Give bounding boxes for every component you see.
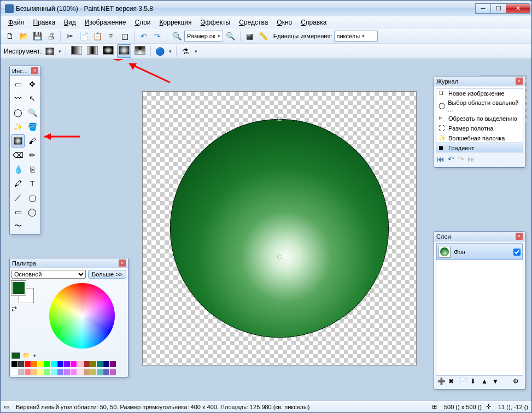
rect-shape-tool[interactable]: ▢	[26, 191, 39, 204]
menu-help[interactable]: Справка	[296, 17, 331, 28]
moveup-layer-icon[interactable]: ▲	[481, 377, 490, 386]
color-swatch[interactable]	[90, 369, 96, 375]
color-swatch[interactable]	[18, 369, 24, 375]
history-undo-icon[interactable]: ↶	[448, 155, 454, 163]
more-button[interactable]: Больше >>	[88, 270, 126, 279]
new-icon[interactable]: 🗋	[4, 30, 16, 42]
color-swatch[interactable]	[18, 361, 24, 367]
maximize-button[interactable]: ☐	[490, 3, 506, 14]
history-item[interactable]: ◼Градиент	[436, 143, 523, 152]
primary-secondary-swatch[interactable]	[11, 281, 34, 302]
paste-icon[interactable]: 📋	[91, 30, 103, 42]
print-icon[interactable]: 🖨	[45, 30, 57, 42]
clone-tool[interactable]: ⎘	[26, 163, 39, 176]
color-swatch[interactable]	[25, 369, 31, 375]
menu-image[interactable]: Изображение	[80, 17, 131, 28]
color-swatch[interactable]	[77, 361, 83, 367]
color-swatch[interactable]	[103, 369, 109, 375]
menu-file[interactable]: Файл	[4, 17, 29, 28]
move-selection-tool[interactable]: ↖	[26, 92, 39, 105]
history-rewind-icon[interactable]: ⏮	[437, 155, 445, 163]
line-tool[interactable]: ／	[11, 191, 25, 204]
movedown-layer-icon[interactable]: ▼	[492, 377, 501, 386]
color-swatch[interactable]	[84, 369, 90, 375]
history-item[interactable]: ⛶Размер полотна	[436, 123, 523, 133]
zoomfit-icon[interactable]: 🔍	[225, 30, 237, 42]
menu-edit[interactable]: Правка	[29, 17, 60, 28]
color-swatch[interactable]	[31, 369, 37, 375]
color-swatch[interactable]	[44, 361, 50, 367]
open-icon[interactable]: 📂	[17, 30, 30, 42]
ellipse-shape-tool[interactable]: ◯	[26, 205, 39, 219]
color-swatch[interactable]	[97, 369, 103, 375]
color-swatch[interactable]	[71, 369, 77, 375]
layers-close-icon[interactable]: ×	[516, 233, 523, 240]
fill-tool[interactable]: 🪣	[26, 120, 39, 133]
color-swatch[interactable]	[51, 361, 57, 367]
merge-layer-icon[interactable]: ⬇	[470, 377, 479, 386]
palette-load-icon[interactable]: 📁	[22, 352, 30, 359]
lasso-tool[interactable]: 〰	[11, 92, 25, 105]
color-swatch[interactable]	[110, 361, 116, 367]
color-swatch[interactable]	[64, 369, 70, 375]
rect-select-tool[interactable]: ▭	[11, 78, 25, 91]
brush-tool[interactable]: 🖌	[26, 134, 39, 148]
units-combo[interactable]: пикселы	[334, 31, 378, 42]
gradient-tool[interactable]	[11, 134, 25, 148]
color-swatch[interactable]	[44, 369, 50, 375]
color-swatch[interactable]	[57, 369, 63, 375]
grid-icon[interactable]: ▦	[244, 30, 256, 42]
menu-correction[interactable]: Коррекция	[155, 17, 196, 28]
color-swatch[interactable]	[77, 369, 83, 375]
ellipse-select-tool[interactable]: ◯	[11, 106, 25, 119]
color-swatch[interactable]	[38, 369, 44, 375]
close-button[interactable]: ✕	[506, 3, 530, 14]
canvas[interactable]	[143, 92, 416, 365]
history-redo-icon[interactable]: ↷	[458, 155, 464, 163]
gradient-linear-reflected[interactable]	[85, 44, 100, 58]
color-wheel[interactable]	[49, 283, 115, 349]
size-combo[interactable]: Размер ок	[184, 31, 223, 42]
blend-mode-icon[interactable]: ⚗	[180, 45, 192, 57]
color-swatch[interactable]	[71, 361, 77, 367]
rounded-rect-tool[interactable]: ▭	[11, 205, 25, 219]
color-swatch[interactable]	[110, 369, 116, 375]
color-swatch[interactable]	[57, 361, 63, 367]
zoom-icon[interactable]: 🔍	[171, 30, 183, 42]
color-swatch[interactable]	[51, 369, 57, 375]
save-icon[interactable]: 💾	[31, 30, 43, 42]
color-swatch[interactable]	[103, 361, 109, 367]
zoom-tool[interactable]: 🔍	[26, 106, 39, 119]
current-tool-icon[interactable]	[44, 45, 56, 57]
redo-icon[interactable]: ↷	[151, 30, 163, 42]
eraser-tool[interactable]: ⌫	[11, 149, 25, 162]
menu-layers[interactable]: Слои	[130, 17, 155, 28]
freeform-tool[interactable]: 〜	[11, 220, 25, 233]
pencil-tool[interactable]: ✏	[26, 149, 39, 162]
color-swatch[interactable]	[64, 361, 70, 367]
color-mode-icon[interactable]: 🔵	[154, 45, 166, 57]
gradient-radial[interactable]	[117, 44, 131, 58]
deselect-icon[interactable]: ◫	[119, 30, 131, 42]
add-layer-icon[interactable]: ➕	[437, 377, 446, 386]
copy-icon[interactable]: 📄	[78, 30, 90, 42]
move-tool[interactable]: ✥	[26, 78, 39, 91]
color-swatch[interactable]	[97, 361, 103, 367]
color-swatch[interactable]	[90, 361, 96, 367]
gradient-linear[interactable]	[69, 44, 84, 58]
palette-close-icon[interactable]: ×	[119, 259, 126, 267]
crop-icon[interactable]: ⌗	[105, 30, 117, 42]
history-item[interactable]: ◯Выбор области овальной ...	[436, 98, 523, 114]
layer-item[interactable]: Фон	[436, 244, 523, 260]
tools-close-icon[interactable]: ×	[31, 67, 38, 74]
duplicate-layer-icon[interactable]: 📄	[459, 377, 468, 386]
picker-tool[interactable]: 💧	[11, 163, 25, 176]
history-forward-icon[interactable]: ⏭	[467, 155, 475, 163]
menu-view[interactable]: Вид	[60, 17, 80, 28]
color-swatch[interactable]	[84, 361, 90, 367]
primary-color[interactable]	[11, 281, 26, 295]
undo-icon[interactable]: ↶	[138, 30, 150, 42]
ruler-icon[interactable]: 📏	[258, 30, 270, 42]
color-swatch[interactable]	[25, 361, 31, 367]
menu-effects[interactable]: Эффекты	[196, 17, 235, 28]
